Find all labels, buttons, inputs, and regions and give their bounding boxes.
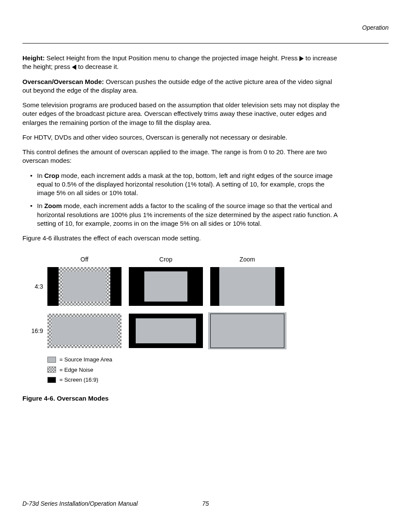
height-label: Height:	[22, 54, 45, 62]
para-hdtv: For HDTV, DVDs and other video sources, …	[22, 133, 341, 142]
legend-noise-text: = Edge Noise	[59, 366, 93, 374]
header-rule	[22, 43, 389, 44]
para-range: This control defines the amount of overs…	[22, 148, 341, 165]
bullet-zoom-bold: Zoom	[44, 202, 62, 209]
cell-off-16-9	[47, 314, 121, 348]
row-4-3: 4:3	[22, 267, 341, 306]
col-zoom: Zoom	[210, 255, 284, 264]
cell-zoom-4-3	[210, 267, 284, 306]
mode-list: In Crop mode, each increment adds a mask…	[22, 171, 341, 228]
legend-screen: = Screen (16:9)	[47, 376, 341, 384]
image-area	[219, 267, 275, 306]
screen-outline	[210, 314, 284, 348]
bullet-zoom-post: mode, each increment adds a factor to th…	[37, 202, 337, 227]
figure-column-headers: Off Crop Zoom	[47, 255, 341, 264]
para-overscan-intro: Overscan/Overscan Mode: Overscan pushes …	[22, 78, 341, 95]
col-off: Off	[47, 255, 121, 264]
para-tv-programs: Some television programs are produced ba…	[22, 101, 341, 127]
row-label-16-9: 16:9	[22, 327, 47, 335]
legend-source: = Source Image Area	[47, 356, 341, 364]
row-label-4-3: 4:3	[22, 283, 47, 291]
page-footer: D-73d Series Installation/Operation Manu…	[22, 500, 389, 507]
legend-source-text: = Source Image Area	[59, 356, 112, 364]
swatch-screen-icon	[47, 377, 56, 383]
col-crop: Crop	[129, 255, 203, 264]
cell-off-4-3	[47, 267, 121, 306]
legend-screen-text: = Screen (16:9)	[59, 376, 98, 384]
legend-noise: = Edge Noise	[47, 366, 341, 374]
image-area	[52, 317, 117, 344]
image-area	[144, 271, 187, 302]
swatch-noise-icon	[47, 367, 56, 373]
overscan-label: Overscan/Overscan Mode:	[22, 78, 104, 85]
para-height: Height: Select Height from the Input Pos…	[22, 54, 341, 72]
figure-caption: Figure 4-6. Overscan Modes	[22, 394, 341, 403]
height-text-a: Select Height from the Input Position me…	[45, 54, 299, 62]
height-text-c: to decrease it.	[76, 63, 118, 70]
row-16-9: 16:9	[22, 314, 341, 348]
cell-crop-4-3	[129, 267, 203, 306]
image-area	[63, 271, 106, 302]
body-content: Height: Select Height from the Input Pos…	[22, 54, 341, 403]
swatch-source-icon	[47, 357, 56, 363]
figure-4-6: Off Crop Zoom 4:3 16:9	[22, 255, 341, 403]
para-figref: Figure 4-6 illustrates the effect of eac…	[22, 234, 341, 243]
bullet-crop-bold: Crop	[44, 172, 59, 179]
cell-zoom-16-9	[210, 314, 284, 348]
cell-crop-16-9	[129, 314, 203, 348]
bullet-crop: In Crop mode, each increment adds a mask…	[30, 171, 341, 198]
figure-legend: = Source Image Area = Edge Noise = Scree…	[47, 356, 341, 384]
bullet-zoom: In Zoom mode, each increment adds a fact…	[30, 202, 341, 228]
right-arrow-icon	[299, 56, 304, 61]
footer-page-number: 75	[202, 500, 209, 507]
image-area	[136, 318, 196, 343]
bullet-crop-post: mode, each increment adds a mask at the …	[37, 172, 333, 197]
bullet-crop-pre: In	[37, 172, 44, 179]
section-header: Operation	[22, 24, 389, 31]
left-arrow-icon	[72, 65, 76, 70]
bullet-zoom-pre: In	[37, 202, 44, 209]
